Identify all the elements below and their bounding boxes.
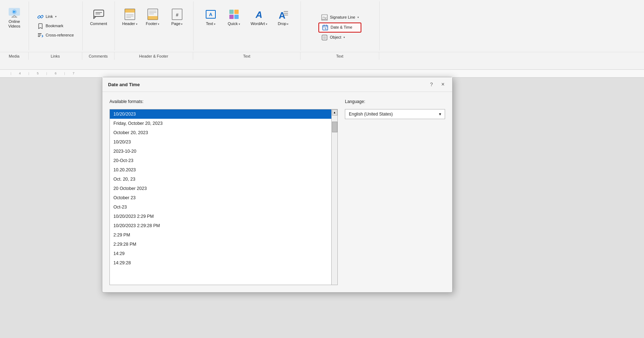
ribbon-group-text: A Text ▾ — [194, 1, 301, 50]
ruler-tick-7: 7 — [64, 72, 82, 75]
format-list-item[interactable]: 2023-10-20 — [110, 147, 331, 156]
format-list-item[interactable]: Oct. 20, 23 — [110, 175, 331, 184]
online-videos-label: Online Videos — [8, 19, 20, 29]
signature-line-button[interactable]: Signature Line ▾ — [318, 13, 362, 22]
header-footer-group-label: Header & Footer — [139, 54, 168, 58]
object-arrow: ▾ — [343, 36, 345, 39]
comment-icon — [92, 8, 105, 21]
ruler-tick-5: 5 — [29, 72, 47, 75]
svg-rect-7 — [38, 33, 42, 34]
media-group-inner: Online Videos — [3, 3, 26, 49]
quick-parts-button[interactable]: Quick ▾ — [223, 3, 245, 31]
header-label-with-arrow: Header ▾ — [122, 21, 137, 26]
format-list-item[interactable]: Friday, October 20, 2023 — [110, 119, 331, 128]
ruler-tick-4: 4 — [11, 72, 29, 75]
signature-line-arrow: ▾ — [357, 16, 359, 19]
comments-group-label: Comments — [89, 54, 108, 58]
format-list-item[interactable]: October 23 — [110, 193, 331, 202]
header-icon — [124, 8, 136, 21]
ribbon-labels-row: Media Links Comments Header & Footer Tex… — [0, 52, 644, 60]
object-button[interactable]: Object ▾ — [318, 33, 361, 42]
bookmark-button[interactable]: Bookmark — [34, 22, 77, 30]
wordart-label: WordArt — [250, 21, 265, 26]
footer-label: Footer — [146, 21, 157, 26]
scrollbar-thumb[interactable] — [332, 122, 337, 132]
footer-button[interactable]: Footer ▾ — [142, 3, 164, 31]
format-list-container: 10/20/2023Friday, October 20, 2023Octobe… — [109, 109, 338, 285]
page-number-icon: # — [171, 8, 183, 21]
format-list-item[interactable]: 10.20.2023 — [110, 165, 331, 175]
available-formats-label: Available formats: — [109, 99, 338, 104]
signature-line-icon — [321, 14, 328, 21]
format-list-item[interactable]: 14:29:28 — [110, 258, 331, 268]
header-button[interactable]: Header ▾ — [119, 3, 141, 31]
close-icon: × — [441, 81, 444, 88]
ribbon: Online Videos Link ▾ — [0, 0, 644, 70]
ribbon-group-header-footer: Header ▾ — [115, 1, 194, 50]
format-list-item[interactable]: 10/20/23 — [110, 137, 331, 147]
date-time-label: Date & Time — [331, 25, 352, 30]
online-videos-icon — [8, 6, 21, 19]
language-value: English (United States) — [349, 112, 393, 117]
text-group-inner: A Text ▾ — [200, 3, 294, 49]
footer-label-with-arrow: Footer ▾ — [146, 21, 160, 26]
quick-parts-label-arrow: Quick ▾ — [228, 21, 240, 26]
ribbon-group-text2: Signature Line ▾ — [301, 1, 380, 50]
format-list-item[interactable]: 20 October 2023 — [110, 184, 331, 193]
ribbon-group-links: Link ▾ Bookmark — [29, 1, 83, 50]
comment-button[interactable]: Comment — [87, 3, 110, 31]
svg-text:A: A — [209, 12, 213, 17]
cross-reference-icon — [37, 32, 44, 39]
quick-parts-icon — [228, 8, 240, 21]
format-list-item[interactable]: 2:29 PM — [110, 230, 331, 240]
svg-rect-30 — [229, 15, 234, 19]
language-dropdown-arrow: ▾ — [439, 112, 441, 117]
dialog-right-panel: Language: English (United States) ▾ — [345, 99, 445, 285]
media-label-cell: Media — [0, 52, 29, 60]
svg-text:A: A — [255, 9, 262, 20]
object-icon — [321, 34, 328, 41]
format-list-item[interactable]: 20-Oct-23 — [110, 156, 331, 165]
link-button[interactable]: Link ▾ — [34, 13, 77, 21]
format-list-item[interactable]: October 20, 2023 — [110, 128, 331, 137]
drop-cap-label-arrow: Drop ▾ — [278, 21, 289, 26]
date-time-button[interactable]: Date & Time — [318, 23, 361, 33]
format-list-item[interactable]: 14:29 — [110, 249, 331, 258]
language-dropdown[interactable]: English (United States) ▾ — [345, 109, 445, 119]
svg-rect-15 — [125, 9, 135, 13]
dialog-title: Date and Time — [108, 82, 140, 87]
ruler-content: 4 5 6 7 — [0, 70, 82, 77]
drop-cap-button[interactable]: A Drop ▾ — [273, 3, 294, 31]
links-group-inner: Link ▾ Bookmark — [34, 3, 77, 49]
format-list-item[interactable]: 10/20/2023 — [110, 109, 331, 119]
format-list-item[interactable]: 10/20/2023 2:29 PM — [110, 212, 331, 221]
dialog-title-controls: ? × — [428, 81, 447, 88]
ruler-tick-6: 6 — [47, 72, 64, 75]
format-list-item[interactable]: 10/20/2023 2:29:28 PM — [110, 221, 331, 230]
format-list-item[interactable]: Oct-23 — [110, 202, 331, 212]
dialog-close-button[interactable]: × — [439, 81, 447, 88]
text2-group-inner: Signature Line ▾ — [318, 3, 362, 49]
svg-rect-20 — [148, 16, 158, 20]
dialog-help-button[interactable]: ? — [428, 81, 435, 88]
scrollbar-track[interactable]: ▲ — [332, 109, 338, 285]
svg-text:#: # — [176, 12, 179, 18]
text2-group-label: Text — [336, 54, 343, 58]
format-list[interactable]: 10/20/2023Friday, October 20, 2023Octobe… — [109, 109, 332, 285]
page-number-label-with-arrow: Page ▾ — [171, 21, 183, 26]
cross-reference-button[interactable]: Cross-reference — [34, 31, 77, 40]
svg-rect-29 — [234, 10, 239, 14]
scrollbar-up-arrow[interactable]: ▲ — [332, 109, 337, 116]
page-number-button[interactable]: # Page ▾ — [165, 3, 189, 31]
text-box-label: Text — [206, 21, 213, 26]
bookmark-label: Bookmark — [46, 24, 64, 28]
bookmark-icon — [37, 23, 44, 29]
ribbon-toolbar: Online Videos Link ▾ — [0, 0, 644, 52]
text-box-button[interactable]: A Text ▾ — [200, 3, 221, 31]
format-list-item[interactable]: 2:29:28 PM — [110, 240, 331, 249]
svg-rect-31 — [234, 15, 239, 19]
online-videos-button[interactable]: Online Videos — [3, 3, 26, 31]
comments-group-inner: Comment — [87, 3, 110, 49]
wordart-label-arrow: WordArt ▾ — [250, 21, 267, 26]
wordart-button[interactable]: A WordArt ▾ — [247, 3, 271, 31]
